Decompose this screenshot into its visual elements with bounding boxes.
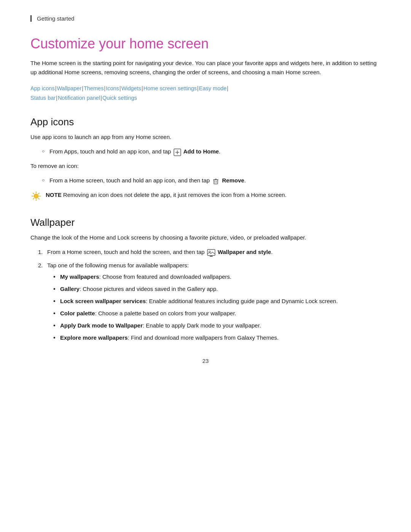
bold-lock-screen: Lock screen wallpaper services: [60, 298, 146, 304]
note-label: NOTE: [46, 192, 62, 198]
nav-sep-1: |: [55, 85, 57, 91]
svg-line-14: [38, 198, 40, 200]
lock-screen-text: : Enable additional features including g…: [146, 298, 338, 304]
list-item: Color palette: Choose a palette based on…: [53, 309, 381, 318]
note-text: NOTE Removing an icon does not delete th…: [46, 190, 287, 200]
nav-links: App icons|Wallpaper|Themes|Icons|Widgets…: [30, 84, 381, 102]
note-icon: [30, 190, 42, 203]
note-content: Removing an icon does not delete the app…: [63, 192, 287, 198]
explore-wallpapers-text: : Find and download more wallpapers from…: [128, 334, 279, 341]
intro-paragraph: The Home screen is the starting point fo…: [30, 59, 381, 77]
list-item: From Apps, touch and hold an app icon, a…: [42, 147, 381, 156]
color-palette-text: : Choose a palette based on colors from …: [95, 310, 236, 316]
svg-point-8: [34, 194, 38, 198]
list-item-text: From a Home screen, touch and hold the s…: [47, 249, 272, 255]
nav-link-app-icons[interactable]: App icons: [30, 85, 55, 91]
section-title-wallpaper: Wallpaper: [30, 217, 381, 228]
page-title: Customize your home screen: [30, 35, 381, 52]
list-item-text-2: Tap one of the following menus for avail…: [47, 262, 189, 268]
nav-link-home-screen-settings[interactable]: Home screen settings: [143, 85, 197, 91]
nav-link-status-bar[interactable]: Status bar: [30, 95, 56, 101]
bold-color-palette: Color palette: [60, 310, 95, 316]
list-item: Lock screen wallpaper services: Enable a…: [53, 297, 381, 306]
nav-sep-6: |: [197, 85, 199, 91]
svg-line-13: [33, 193, 34, 194]
list-item: Tap one of the following menus for avail…: [38, 261, 381, 342]
nav-link-easy-mode[interactable]: Easy mode: [199, 85, 227, 91]
nav-link-wallpaper[interactable]: Wallpaper: [57, 85, 81, 91]
wallpaper-sub-list: My wallpapers: Choose from featured and …: [47, 272, 381, 342]
svg-line-16: [33, 198, 34, 200]
bullet-text: From Apps, touch and hold an app icon, a…: [49, 148, 220, 155]
nav-sep-2: |: [82, 85, 83, 91]
nav-sep-9: |: [100, 95, 102, 101]
bold-gallery: Gallery: [60, 286, 80, 292]
section-title-app-icons: App icons: [30, 116, 381, 128]
page-number: 23: [30, 358, 381, 364]
remove-icon-bullet-list: From a Home screen, touch and hold an ap…: [30, 176, 381, 185]
list-item: Apply Dark mode to Wallpaper: Enable to …: [53, 321, 381, 330]
wallpaper-numbered-list: From a Home screen, touch and hold the s…: [30, 248, 381, 342]
section-desc-app-icons: Use app icons to launch an app from any …: [30, 133, 381, 142]
note-box: NOTE Removing an icon does not delete th…: [30, 190, 381, 203]
bold-my-wallpapers: My wallpapers: [60, 273, 99, 280]
nav-sep-7: |: [227, 85, 228, 91]
section-desc-wallpaper: Change the look of the Home and Lock scr…: [30, 233, 381, 242]
list-item: Explore more wallpapers: Find and downlo…: [53, 333, 381, 342]
breadcrumb: Getting started: [30, 15, 381, 22]
nav-sep-3: |: [104, 85, 105, 91]
nav-link-notification-panel[interactable]: Notification panel: [58, 95, 100, 101]
bullet-text: From a Home screen, touch and hold an ap…: [49, 177, 246, 184]
list-item: From a Home screen, touch and hold an ap…: [42, 176, 381, 185]
svg-line-15: [38, 193, 40, 194]
add-home-icon: [173, 148, 183, 155]
list-item: From a Home screen, touch and hold the s…: [38, 248, 381, 257]
nav-sep-5: |: [142, 85, 143, 91]
nav-sep-8: |: [56, 95, 57, 101]
my-wallpapers-text: : Choose from featured and downloaded wa…: [99, 273, 232, 280]
nav-link-themes[interactable]: Themes: [84, 85, 104, 91]
bold-text-remove: Remove: [222, 177, 244, 184]
bold-dark-mode: Apply Dark mode to Wallpaper: [60, 322, 143, 329]
remove-icon-label: To remove an icon:: [30, 161, 381, 171]
nav-link-quick-settings[interactable]: Quick settings: [102, 95, 137, 101]
trash-icon: [211, 177, 222, 184]
list-item: Gallery: Choose pictures and videos save…: [53, 284, 381, 294]
svg-rect-3: [214, 180, 218, 184]
section-app-icons: App icons Use app icons to launch an app…: [30, 116, 381, 203]
nav-link-icons[interactable]: Icons: [106, 85, 119, 91]
app-icons-bullet-list: From Apps, touch and hold an app icon, a…: [30, 147, 381, 156]
wallpaper-icon: [206, 249, 218, 255]
bold-explore-wallpapers: Explore more wallpapers: [60, 334, 128, 341]
nav-sep-4: |: [119, 85, 121, 91]
bold-text-add-to-home: Add to Home: [183, 148, 219, 155]
bold-text-wallpaper-style: Wallpaper and style: [218, 249, 271, 255]
svg-rect-17: [207, 249, 215, 256]
gallery-text: : Choose pictures and videos saved in th…: [80, 286, 218, 292]
nav-link-widgets[interactable]: Widgets: [121, 85, 141, 91]
section-wallpaper: Wallpaper Change the look of the Home an…: [30, 217, 381, 342]
list-item: My wallpapers: Choose from featured and …: [53, 272, 381, 281]
dark-mode-text: : Enable to apply Dark mode to your wall…: [143, 322, 261, 329]
svg-point-18: [209, 251, 210, 252]
